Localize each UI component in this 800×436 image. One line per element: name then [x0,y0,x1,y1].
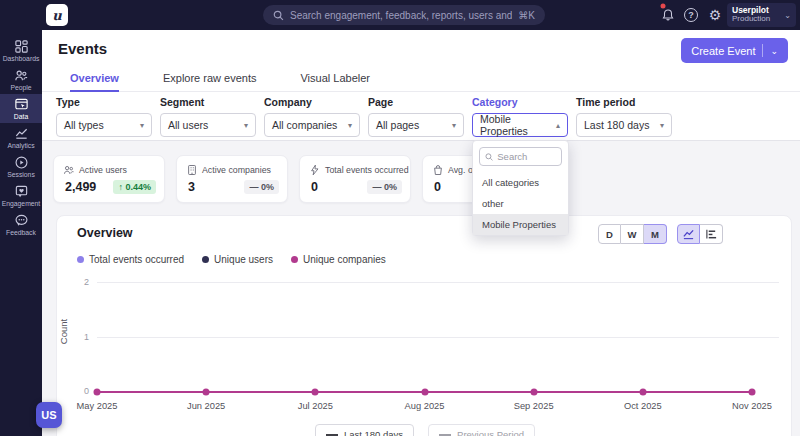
data-point[interactable] [203,389,210,396]
filter-category-label: Category [472,96,568,108]
dropdown-option-other[interactable]: other [473,193,568,214]
legend-dot [291,256,298,263]
stat-card-active-users: Active users 2,499 ↑ 0.44% [53,155,165,203]
dropdown-option-mobile-properties[interactable]: Mobile Properties [473,214,568,235]
search-input[interactable] [290,10,512,21]
global-search[interactable]: ⌘K [263,5,545,25]
y-tick: 2 [71,277,89,287]
chart-legend: Total events occurred Unique users Uniqu… [77,254,386,265]
settings-gear-icon[interactable]: ⚙ [707,7,723,23]
search-icon [273,10,284,21]
sidebar-item-feedback[interactable]: Feedback [0,210,42,239]
filter-company-select[interactable]: All companies ▾ [264,113,360,137]
create-event-button[interactable]: Create Event ⌄ [681,38,788,63]
chart-data-line [97,391,752,393]
x-tick: Jul 2025 [298,401,333,411]
tab-visual-labeler[interactable]: Visual Labeler [300,66,370,92]
stat-delta-badge: — 0% [367,180,402,194]
chevron-down-icon[interactable]: ⌄ [770,46,778,56]
chevron-down-icon: ⌄ [784,11,791,20]
tab-overview[interactable]: Overview [70,66,119,92]
page-header-panel: Events Create Event ⌄ Overview Explore r… [42,30,800,141]
overview-chart-panel: Overview D W M Total events occurred Uni… [56,215,792,436]
notification-dot [660,4,665,9]
filter-category-select[interactable]: Mobile Properties ▴ [472,113,568,137]
stat-delta-badge: — 0% [244,180,279,194]
stat-value: 3 [188,180,195,194]
granularity-day-button[interactable]: D [598,224,621,244]
filter-time-period-select[interactable]: Last 180 days ▾ [576,113,672,137]
x-tick: Jun 2025 [187,401,225,411]
chevron-down-icon: ▾ [660,121,664,130]
chart-type-toggle [677,224,723,244]
line-chart-button[interactable] [677,224,700,244]
gridline [97,337,779,338]
sidebar-item-people[interactable]: People [0,65,42,94]
chevron-down-icon: ▾ [244,121,248,130]
granularity-toggle: D W M [598,224,667,244]
legend-label: Unique companies [303,254,386,265]
data-point[interactable] [312,389,319,396]
footer-legend-label: Previous Period [457,429,524,436]
filter-segment-select[interactable]: All users ▾ [160,113,256,137]
dashboards-icon [14,39,29,54]
help-icon[interactable]: ? [684,8,698,22]
data-point[interactable] [530,389,537,396]
filter-category: Category Mobile Properties ▴ [472,96,568,137]
people-icon [63,164,75,176]
chart-title: Overview [77,226,133,240]
filter-page: Page All pages ▾ [368,96,464,137]
filter-company: Company All companies ▾ [264,96,360,137]
stat-value: 0 [311,180,318,194]
data-point[interactable] [639,389,646,396]
filter-page-select[interactable]: All pages ▾ [368,113,464,137]
sidebar-item-analytics[interactable]: Analytics [0,123,42,152]
locale-badge[interactable]: US [36,402,62,428]
legend-total-events[interactable]: Total events occurred [77,254,184,265]
dropdown-option-all-categories[interactable]: All categories [473,172,568,193]
legend-unique-companies[interactable]: Unique companies [291,254,386,265]
last-180-days-toggle[interactable]: Last 180 days [315,424,414,436]
category-dropdown-search[interactable] [479,147,562,166]
userpilot-logo[interactable]: u [46,4,68,26]
filter-type-select[interactable]: All types ▾ [56,113,152,137]
tab-explore-raw-events[interactable]: Explore raw events [163,66,257,92]
filter-time-period-value: Last 180 days [584,119,649,131]
previous-period-toggle[interactable]: Previous Period [428,424,535,436]
sidebar-item-label: People [10,84,31,91]
sidebar-item-dashboards[interactable]: Dashboards [0,36,42,65]
granularity-week-button[interactable]: W [621,224,644,244]
chevron-up-icon: ▴ [556,121,560,130]
data-icon [14,97,29,112]
y-tick: 0 [71,386,89,396]
filter-page-value: All pages [376,119,419,131]
category-search-input[interactable] [497,151,556,162]
bag-icon [432,164,444,176]
stat-delta-badge: ↑ 0.44% [113,180,156,194]
line-chart-icon [682,228,695,240]
data-point[interactable] [421,389,428,396]
filter-time-period-label: Time period [576,96,672,108]
chevron-down-icon: ▾ [348,121,352,130]
workspace-switcher[interactable]: Userpilot Production ⌄ [727,3,796,27]
bar-chart-button[interactable] [700,224,723,244]
people-icon [14,68,29,83]
data-point[interactable] [94,389,101,396]
filter-company-value: All companies [272,119,337,131]
filter-type-label: Type [56,96,152,108]
lightning-icon [309,164,321,176]
filter-segment-label: Segment [160,96,256,108]
building-icon [186,164,198,176]
sidebar-item-engagement[interactable]: Engagement [0,181,42,210]
notifications-bell-icon[interactable] [660,7,676,23]
granularity-month-button[interactable]: M [644,224,667,244]
legend-unique-users[interactable]: Unique users [202,254,273,265]
engagement-icon [14,184,29,199]
search-shortcut: ⌘K [518,10,535,21]
filter-segment: Segment All users ▾ [160,96,256,137]
sidebar-item-data[interactable]: Data [0,94,42,123]
bar-chart-icon [705,228,718,240]
tab-bar: Overview Explore raw events Visual Label… [42,66,800,92]
sidebar-item-sessions[interactable]: Sessions [0,152,42,181]
data-point[interactable] [749,389,756,396]
